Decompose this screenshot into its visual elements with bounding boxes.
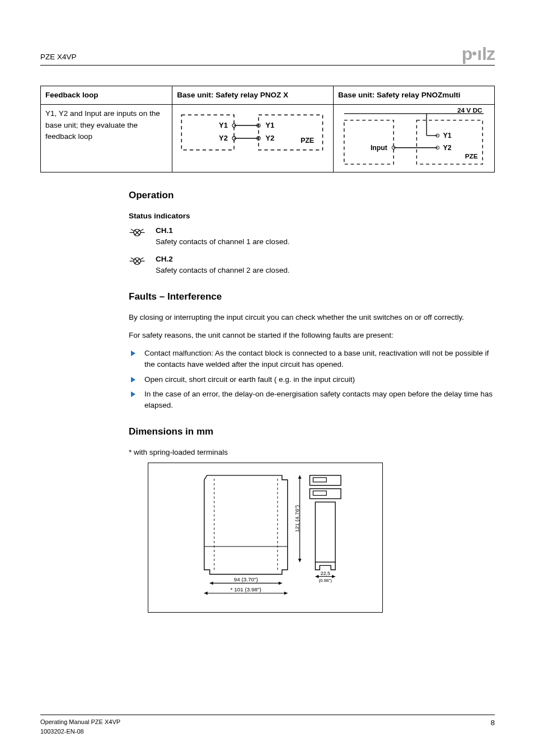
lbl-m-pze: PZE xyxy=(465,153,478,160)
td-desc: Y1, Y2 and Input are inputs on the base … xyxy=(41,105,172,172)
lbl-24vdc: 24 V DC xyxy=(457,108,483,114)
svg-rect-36 xyxy=(313,478,326,482)
dim-w2: * 101 (3.98") xyxy=(231,586,261,592)
dimensions-title: Dimensions in mm xyxy=(129,424,495,439)
svg-marker-51 xyxy=(332,575,335,578)
dim-d: 22,5 xyxy=(321,571,330,576)
faults-p1: By closing or interrupting the input cir… xyxy=(129,312,495,323)
pnoz-x-diagram-icon: Y1 Y2 Y1 Y2 PZE xyxy=(177,108,329,169)
svg-rect-1 xyxy=(259,115,323,151)
svg-line-31 xyxy=(140,258,143,259)
brand-logo: pılz xyxy=(462,45,495,63)
svg-line-30 xyxy=(131,258,134,259)
page-footer: Operating Manual PZE X4VP 1003202-EN-08 … xyxy=(40,715,495,736)
svg-rect-37 xyxy=(310,489,341,499)
faults-p2: For safety reasons, the unit cannot be s… xyxy=(129,330,495,341)
footer-title: Operating Manual PZE X4VP xyxy=(40,717,120,727)
fault-item: Contact malfunction: As the contact bloc… xyxy=(129,348,495,371)
svg-marker-41 xyxy=(210,581,213,585)
lbl-m-y1: Y1 xyxy=(443,132,452,139)
dim-h: 121 (4.76") xyxy=(294,505,300,533)
th-feedback-loop: Feedback loop xyxy=(41,86,172,105)
page-number: 8 xyxy=(490,717,495,729)
svg-line-24 xyxy=(140,229,143,231)
lbl-m-y2: Y2 xyxy=(443,144,452,152)
page-header: PZE X4VP pılz xyxy=(40,45,495,66)
svg-marker-44 xyxy=(204,591,208,595)
dim-d2: (0.88") xyxy=(318,578,332,583)
svg-rect-39 xyxy=(315,502,335,562)
faults-list: Contact malfunction: As the contact bloc… xyxy=(129,348,495,411)
footer-docnum: 1003202-EN-08 xyxy=(40,727,120,736)
svg-marker-45 xyxy=(284,591,288,595)
lbl-m-input: Input xyxy=(371,144,387,152)
svg-marker-47 xyxy=(298,475,302,479)
dim-w1: 94 (3.70") xyxy=(234,576,258,582)
svg-rect-0 xyxy=(182,115,235,151)
fault-item: In the case of an error, the delay-on de… xyxy=(129,389,495,412)
ch2-text: Safety contacts of channel 2 are closed. xyxy=(156,265,289,276)
pnozmulti-diagram-icon: 24 V DC Y1 Input Y2 PZE xyxy=(338,108,490,169)
lbl-y2-right: Y2 xyxy=(266,134,275,142)
status-indicators-title: Status indicators xyxy=(129,211,495,222)
dimensions-note: * with spring-loaded terminals xyxy=(129,447,495,458)
th-pnoz-x: Base unit: Safety relay PNOZ X xyxy=(172,86,334,105)
operation-title: Operation xyxy=(129,188,495,203)
lamp-icon xyxy=(129,254,146,271)
lbl-y2-left: Y2 xyxy=(219,134,228,142)
lbl-y1-left: Y1 xyxy=(219,121,228,129)
svg-marker-50 xyxy=(315,575,318,578)
status-ch2-row: CH.2 Safety contacts of channel 2 are cl… xyxy=(129,254,495,277)
faults-title: Faults – Interference xyxy=(129,290,495,304)
ch1-title: CH.1 xyxy=(156,225,289,236)
td-diagram-pnozmulti: 24 V DC Y1 Input Y2 PZE xyxy=(334,105,495,172)
svg-marker-42 xyxy=(279,581,282,585)
td-diagram-pnoz-x: Y1 Y2 Y1 Y2 PZE xyxy=(172,105,334,172)
ch1-text: Safety contacts of channel 1 are closed. xyxy=(156,236,289,248)
hdr-product: PZE X4VP xyxy=(40,52,77,63)
ch2-title: CH.2 xyxy=(156,254,289,265)
status-ch1-row: CH.1 Safety contacts of channel 1 are cl… xyxy=(129,225,495,248)
dimensions-diagram: 94 (3.70") * 101 (3.98") 121 (4.76") 22,… xyxy=(148,463,383,613)
lbl-pze: PZE xyxy=(301,137,314,145)
th-pnozmulti: Base unit: Safety relay PNOZmulti xyxy=(334,86,495,105)
svg-rect-38 xyxy=(313,491,326,496)
lamp-icon xyxy=(129,225,146,242)
svg-rect-35 xyxy=(310,475,341,486)
fault-item: Open circuit, short circuit or earth fau… xyxy=(129,374,495,385)
svg-marker-48 xyxy=(298,559,302,562)
feedback-loop-table: Feedback loop Base unit: Safety relay PN… xyxy=(40,86,495,172)
lbl-y1-right: Y1 xyxy=(266,121,275,129)
svg-rect-9 xyxy=(344,120,394,165)
svg-line-23 xyxy=(131,229,134,231)
